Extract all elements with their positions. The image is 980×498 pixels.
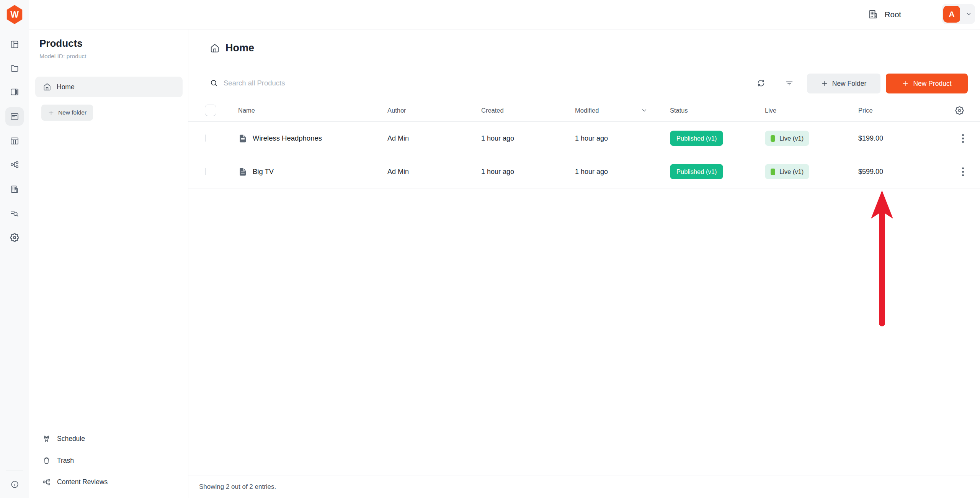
row-menu-button[interactable] xyxy=(962,167,964,176)
column-header-status[interactable]: Status xyxy=(670,107,765,114)
breadcrumb: Home xyxy=(210,42,254,54)
schedule-label: Schedule xyxy=(57,435,85,443)
folder-icon xyxy=(10,64,19,73)
cell-name[interactable]: Wireless Headphones xyxy=(253,134,322,143)
new-folder-tree-label: New folder xyxy=(58,109,87,116)
table-row[interactable]: Wireless Headphones Ad Min 1 hour ago 1 … xyxy=(188,122,980,155)
sidebar-item-trash[interactable]: Trash xyxy=(35,451,183,470)
rail-divider xyxy=(6,34,23,34)
panel-title: Products xyxy=(39,38,83,49)
column-header-price[interactable]: Price xyxy=(858,107,948,114)
chevron-down-icon xyxy=(641,107,648,114)
broadcast-icon xyxy=(42,434,51,443)
table-header: Name Author Created Modified Status Live… xyxy=(188,99,980,122)
home-icon xyxy=(43,83,51,91)
rail-bottom-divider xyxy=(6,470,23,470)
content-reviews-label: Content Reviews xyxy=(57,478,108,486)
info-icon xyxy=(10,480,19,489)
cell-modified: 1 hour ago xyxy=(575,134,670,143)
account-menu[interactable]: A xyxy=(942,4,975,24)
filter-button[interactable] xyxy=(780,74,799,92)
sidebar-item-label: Home xyxy=(57,83,75,91)
rail-item-9[interactable] xyxy=(5,228,24,247)
column-header-modified-label: Modified xyxy=(575,107,599,114)
column-header-author[interactable]: Author xyxy=(387,107,481,114)
rail-item-6[interactable] xyxy=(5,156,24,174)
icon-rail: W xyxy=(0,0,29,498)
sidebar-item-content-reviews[interactable]: Content Reviews xyxy=(35,472,183,491)
article-icon xyxy=(10,112,19,121)
trash-label: Trash xyxy=(57,457,74,465)
row-checkbox[interactable] xyxy=(205,168,206,175)
row-menu-button[interactable] xyxy=(962,134,964,143)
cell-name[interactable]: Big TV xyxy=(253,167,274,176)
rail-item-8[interactable] xyxy=(5,204,24,223)
gear-icon xyxy=(10,233,19,242)
cell-created: 1 hour ago xyxy=(481,134,575,143)
building-icon xyxy=(868,9,878,20)
row-checkbox[interactable] xyxy=(205,134,206,142)
entries-summary: Showing 2 out of 2 entries. xyxy=(199,483,276,491)
search-list-icon xyxy=(10,209,19,218)
status-badge: Published (v1) xyxy=(670,164,723,179)
new-product-button-label: New Product xyxy=(913,80,951,88)
table-footer: Showing 2 out of 2 entries. xyxy=(188,475,980,498)
toolbar: New Folder New Product xyxy=(188,73,980,93)
plus-icon xyxy=(902,80,909,87)
select-all-checkbox[interactable] xyxy=(205,105,216,116)
flow-icon xyxy=(10,160,19,169)
chevron-down-icon xyxy=(965,11,972,17)
cell-price: $599.00 xyxy=(858,168,948,176)
cell-author: Ad Min xyxy=(387,134,481,143)
file-text-icon xyxy=(238,166,248,177)
tenant-label: Root xyxy=(885,10,901,19)
new-folder-button[interactable]: New Folder xyxy=(807,74,880,93)
new-folder-button-label: New Folder xyxy=(832,80,866,88)
status-badge: Published (v1) xyxy=(670,131,723,146)
layout-icon xyxy=(10,40,19,49)
plus-icon xyxy=(821,80,828,87)
tenant-selector[interactable]: Root xyxy=(868,0,901,29)
rail-item-4-active[interactable] xyxy=(5,107,24,126)
refresh-button[interactable] xyxy=(752,74,770,92)
home-icon xyxy=(210,43,220,53)
rail-item-5[interactable] xyxy=(5,132,24,150)
new-folder-tree-button[interactable]: New folder xyxy=(41,105,93,121)
info-button[interactable] xyxy=(5,475,24,493)
model-id-label: Model ID: product xyxy=(39,53,86,60)
rail-item-1[interactable] xyxy=(5,35,24,54)
live-badge: Live (v1) xyxy=(765,164,809,179)
rail-item-2[interactable] xyxy=(5,59,24,77)
main-content: Home New Folder New Product Name Author … xyxy=(188,29,980,498)
card-icon xyxy=(10,87,19,97)
search-icon xyxy=(210,79,218,87)
app-logo[interactable]: W xyxy=(6,5,23,24)
building-icon xyxy=(10,185,19,194)
search-box xyxy=(210,73,430,93)
live-dot xyxy=(771,135,775,142)
products-panel: Products Model ID: product Home New fold… xyxy=(29,29,188,498)
table-row[interactable]: Big TV Ad Min 1 hour ago 1 hour ago Publ… xyxy=(188,155,980,188)
column-header-live[interactable]: Live xyxy=(765,107,858,114)
column-header-modified[interactable]: Modified xyxy=(575,107,670,114)
live-badge-label: Live (v1) xyxy=(779,168,804,175)
sidebar-item-home[interactable]: Home xyxy=(35,77,183,97)
cell-author: Ad Min xyxy=(387,168,481,176)
cell-modified: 1 hour ago xyxy=(575,168,670,176)
live-badge: Live (v1) xyxy=(765,131,809,146)
new-product-button[interactable]: New Product xyxy=(886,74,968,93)
sort-chevron[interactable] xyxy=(641,107,648,114)
cell-price: $199.00 xyxy=(858,134,948,143)
rail-item-7[interactable] xyxy=(5,180,24,198)
column-header-name[interactable]: Name xyxy=(238,107,387,114)
sidebar-item-schedule[interactable]: Schedule xyxy=(35,429,183,448)
gear-icon xyxy=(955,106,964,115)
column-header-created[interactable]: Created xyxy=(481,107,575,114)
flow-icon xyxy=(42,478,51,487)
search-input[interactable] xyxy=(224,75,430,91)
file-text-icon xyxy=(238,133,248,144)
cell-created: 1 hour ago xyxy=(481,168,575,176)
rail-item-3[interactable] xyxy=(5,83,24,101)
table-settings-button[interactable] xyxy=(948,106,980,115)
plus-icon xyxy=(48,110,54,116)
